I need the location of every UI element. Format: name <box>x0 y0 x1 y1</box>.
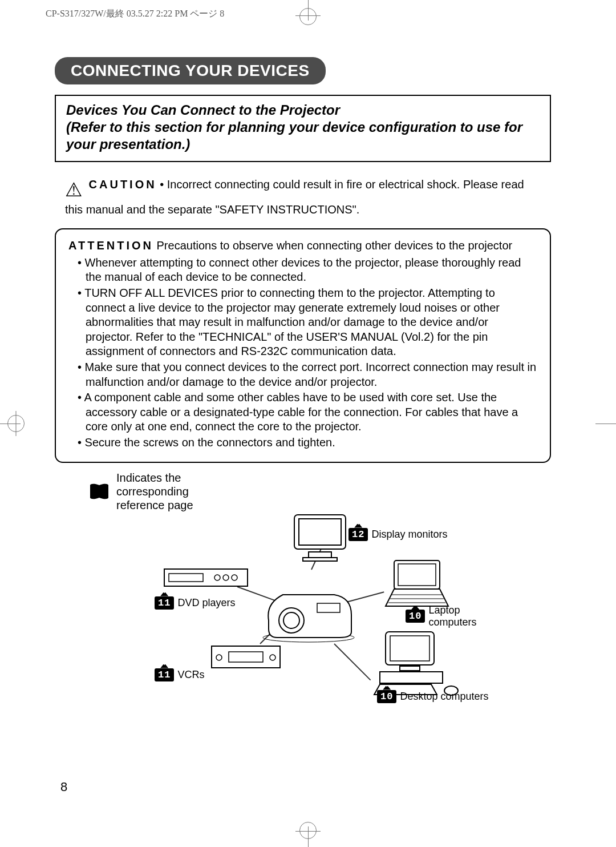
crop-mark-icon <box>299 8 317 25</box>
manual-page: CP-S317/327W/最終 03.5.27 2:22 PM ページ 8 CO… <box>0 0 616 847</box>
page-number: 8 <box>60 780 67 794</box>
crop-mark-icon <box>16 411 17 436</box>
caution-block: ⚠ CAUTION • Incorrect connecting could r… <box>55 177 551 217</box>
attention-bullet: TURN OFF ALL DEVICES prior to connecting… <box>78 286 537 359</box>
attention-label: ATTENTION <box>68 239 153 252</box>
vcr-device <box>209 640 283 672</box>
caution-label: CAUTION <box>89 178 157 191</box>
desktop-computers-ref: 10 Desktop computers <box>377 690 488 703</box>
svg-rect-14 <box>398 564 436 586</box>
crop-mark-icon <box>295 831 321 832</box>
connection-diagram: 12 Display monitors 11 DVD players <box>89 518 500 746</box>
connection-line <box>334 643 371 680</box>
dvd-players-ref: 11 DVD players <box>155 596 235 610</box>
projector-icon <box>260 580 357 643</box>
warning-icon: ⚠ <box>65 177 82 202</box>
projector-device <box>260 580 357 643</box>
svg-rect-3 <box>303 558 337 561</box>
svg-marker-15 <box>386 589 448 606</box>
desktop-icon <box>368 629 465 697</box>
vcrs-ref: 11 VCRs <box>155 668 204 681</box>
svg-rect-24 <box>390 636 429 661</box>
laptop-icon <box>380 558 454 609</box>
intro-line-2: (Refer to this section for planning your… <box>66 119 540 153</box>
svg-rect-25 <box>400 666 420 671</box>
vcrs-label: VCRs <box>177 669 204 681</box>
laptop-computers-ref: 10 Laptop computers <box>406 604 500 628</box>
intro-line-1: Devices You Can Connect to the Projector <box>66 102 540 119</box>
svg-rect-5 <box>169 574 203 582</box>
page-ref-badge: 11 <box>155 596 174 610</box>
page-ref-badge: 11 <box>155 668 174 681</box>
legend-text: Indicates the corresponding reference pa… <box>116 471 219 512</box>
section-title: CONNECTING YOUR DEVICES <box>55 57 326 84</box>
dvd-player-icon <box>163 563 249 589</box>
intro-box: Devices You Can Connect to the Projector… <box>55 95 551 162</box>
display-monitors-label: Display monitors <box>371 529 447 541</box>
page-ref-badge: 10 <box>406 610 425 623</box>
crop-header-text: CP-S317/327W/最終 03.5.27 2:22 PM ページ 8 <box>46 8 224 20</box>
page-ref-badge: 10 <box>377 690 396 703</box>
attention-bullet: Make sure that you connect devices to th… <box>78 360 537 389</box>
attention-bullet: Whenever attempting to connect other dev… <box>78 256 537 285</box>
vcr-icon <box>209 640 283 672</box>
attention-lead: Precautions to observe when connecting o… <box>153 239 512 252</box>
dvd-players-label: DVD players <box>177 597 235 609</box>
monitor-icon <box>289 512 351 563</box>
attention-box: ATTENTION Precautions to observe when co… <box>55 228 551 462</box>
page-ref-badge: 12 <box>348 528 368 541</box>
legend-row: Indicates the corresponding reference pa… <box>89 471 551 512</box>
dvd-player-device <box>163 563 249 589</box>
svg-rect-26 <box>380 672 443 683</box>
crop-mark-icon <box>295 15 321 16</box>
display-monitors-ref: 12 Display monitors <box>348 528 447 541</box>
svg-rect-20 <box>229 652 263 662</box>
svg-point-11 <box>283 612 299 628</box>
laptop-computers-label: Laptop computers <box>428 604 500 628</box>
svg-rect-1 <box>299 519 341 545</box>
attention-bullet: Secure the screws on the connectors and … <box>78 435 537 450</box>
svg-rect-2 <box>309 552 331 558</box>
crop-mark-icon <box>299 822 317 839</box>
display-monitor-device <box>289 512 351 563</box>
content-area: CONNECTING YOUR DEVICES Devices You Can … <box>55 57 551 746</box>
crop-mark-icon <box>595 424 616 424</box>
attention-bullets: Whenever attempting to connect other dev… <box>68 256 537 450</box>
laptop-device <box>380 558 454 609</box>
svg-rect-12 <box>317 603 340 612</box>
book-icon <box>89 483 110 500</box>
desktop-device <box>368 629 465 697</box>
desktop-computers-label: Desktop computers <box>400 691 488 703</box>
attention-bullet: A component cable and some other cables … <box>78 390 537 434</box>
